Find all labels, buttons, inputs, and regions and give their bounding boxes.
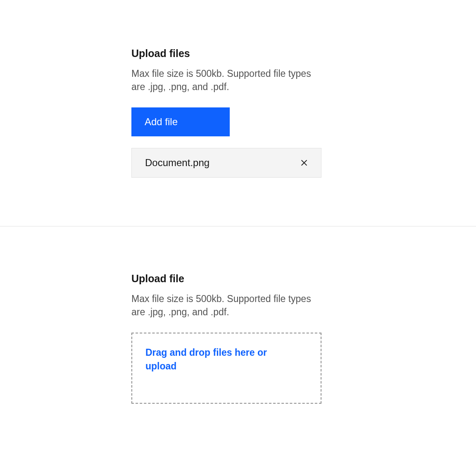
- add-file-button[interactable]: Add file: [131, 107, 230, 136]
- upload-file-section: Upload file Max file size is 500kb. Supp…: [131, 273, 346, 404]
- upload-files-heading: Upload files: [131, 48, 346, 60]
- upload-files-description: Max file size is 500kb. Supported file t…: [131, 67, 321, 93]
- upload-files-section: Upload files Max file size is 500kb. Sup…: [131, 48, 346, 178]
- close-icon: [300, 158, 309, 167]
- drag-drop-area[interactable]: Drag and drop files here or upload: [131, 333, 321, 404]
- file-name-label: Document.png: [145, 157, 209, 169]
- section-divider: [0, 226, 476, 226]
- upload-file-description: Max file size is 500kb. Supported file t…: [131, 292, 321, 319]
- upload-file-heading: Upload file: [131, 273, 346, 285]
- drag-drop-text: Drag and drop files here or upload: [145, 346, 269, 372]
- remove-file-button[interactable]: [298, 157, 310, 169]
- file-item: Document.png: [131, 148, 321, 178]
